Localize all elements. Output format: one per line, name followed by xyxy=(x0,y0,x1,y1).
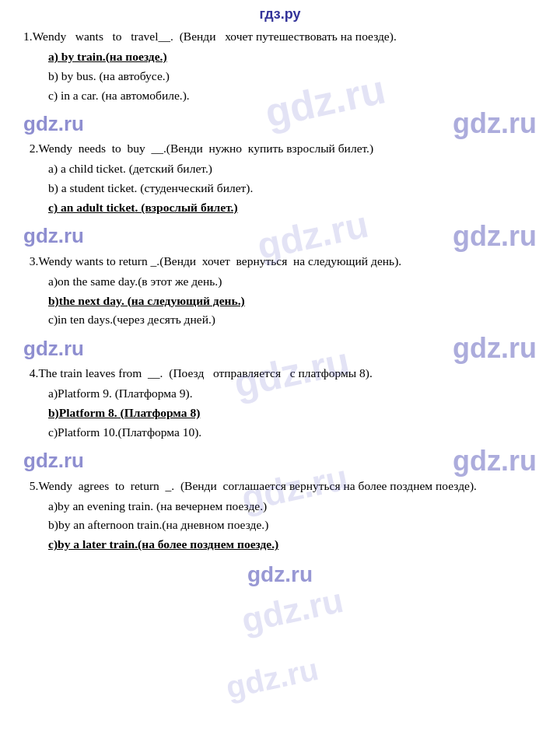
answer-4b: b)Platform 8. (Платформа 8) xyxy=(48,404,537,423)
question-3-answers: a)on the same day.(в этот же день.) b)th… xyxy=(48,272,537,330)
question-4-text: 4.The train leaves from __. (Поезд отпра… xyxy=(23,364,537,383)
answer-1a: a) by train.(на поезде.) xyxy=(48,47,537,67)
banner-2-right: gdz.ru xyxy=(453,220,537,253)
banner-2-left: gdz.ru xyxy=(23,224,84,248)
footer-watermark: gdz.ru xyxy=(0,562,560,587)
answer-2b: b) a student ticket. (студенческий билет… xyxy=(48,179,537,198)
site-title: гдз.ру xyxy=(259,6,300,22)
answer-5c: c)by a later train.(на более позднем пое… xyxy=(48,535,537,554)
answer-4c: c)Platform 10.(Платформа 10). xyxy=(48,423,537,442)
banner-3-right: gdz.ru xyxy=(453,332,537,365)
watermark-6: gdz.ru xyxy=(223,652,322,705)
banner-3-left: gdz.ru xyxy=(23,337,84,361)
question-3-text: 3.Wendy wants to return _.(Венди хочет в… xyxy=(23,252,537,271)
answer-5b: b)by an afternoon train.(на дневном поез… xyxy=(48,516,537,535)
banner-1-right: gdz.ru xyxy=(453,107,537,140)
question-4-answers: a)Platform 9. (Платформа 9). b)Platform … xyxy=(48,384,537,442)
banner-1-left: gdz.ru xyxy=(23,112,84,136)
question-2-answers: a) a child ticket. (детский билет.) b) a… xyxy=(48,159,537,217)
question-2: 2.Wendy needs to buy __.(Венди нужно куп… xyxy=(23,139,537,217)
question-1-text: 1.Wendy wants to travel__. (Венди хочет … xyxy=(23,27,537,46)
footer-text: gdz.ru xyxy=(247,562,313,586)
question-5-text: 5.Wendy agrees to return _. (Венди согла… xyxy=(23,477,537,495)
banner-4: gdz.ru gdz.ru xyxy=(23,447,537,475)
answer-3a: a)on the same day.(в этот же день.) xyxy=(48,272,537,292)
banner-2: gdz.ru gdz.ru xyxy=(23,222,537,250)
page-wrapper: гдз.ру 1.Wendy wants to travel__. (Венди… xyxy=(0,0,560,587)
question-5: 5.Wendy agrees to return _. (Венди согла… xyxy=(23,477,537,554)
watermark-5: gdz.ru xyxy=(238,581,346,640)
question-1-answers: a) by train.(на поезде.) b) by bus. (на … xyxy=(48,47,537,105)
question-3: 3.Wendy wants to return _.(Венди хочет в… xyxy=(23,252,537,330)
answer-1b: b) by bus. (на автобусе.) xyxy=(48,67,537,86)
answer-2c: c) an adult ticket. (взрослый билет.) xyxy=(48,198,537,218)
answer-3b: b)the next day. (на следующий день.) xyxy=(48,292,537,311)
question-5-answers: a)by an evening train. (на вечернем поез… xyxy=(48,497,537,554)
banner-3: gdz.ru gdz.ru xyxy=(23,334,537,362)
answer-2a: a) a child ticket. (детский билет.) xyxy=(48,159,537,179)
answer-1c: c) in a car. (на автомобиле.). xyxy=(48,86,537,106)
banner-4-right: gdz.ru xyxy=(453,445,537,477)
question-2-text: 2.Wendy needs to buy __.(Венди нужно куп… xyxy=(23,139,537,158)
banner-1: gdz.ru gdz.ru xyxy=(23,110,537,138)
main-content: 1.Wendy wants to travel__. (Венди хочет … xyxy=(0,27,560,554)
answer-3c: c)in ten days.(через десять дней.) xyxy=(48,310,537,330)
banner-4-left: gdz.ru xyxy=(23,449,84,473)
question-1: 1.Wendy wants to travel__. (Венди хочет … xyxy=(23,27,537,105)
question-4: 4.The train leaves from __. (Поезд отпра… xyxy=(23,364,537,442)
answer-4a: a)Platform 9. (Платформа 9). xyxy=(48,384,537,404)
site-header: гдз.ру xyxy=(0,0,560,27)
answer-5a: a)by an evening train. (на вечернем поез… xyxy=(48,497,537,516)
